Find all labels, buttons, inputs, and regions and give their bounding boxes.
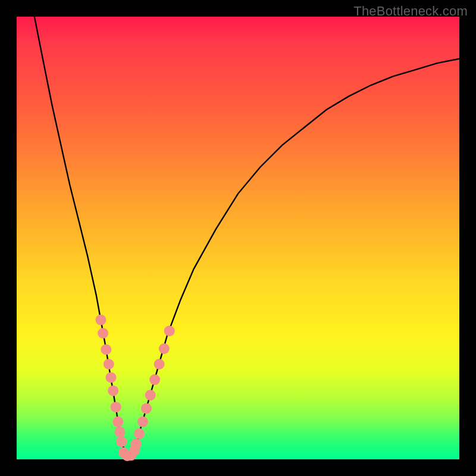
plot-area <box>17 17 459 459</box>
marker-dot <box>137 416 148 427</box>
marker-dot <box>141 403 152 414</box>
marker-dot <box>159 343 170 354</box>
marker-dot <box>106 372 117 383</box>
marker-dot <box>101 345 111 355</box>
marker-dot <box>104 359 114 369</box>
marker-dot <box>111 402 121 412</box>
marker-group <box>95 315 174 461</box>
marker-dot <box>131 439 142 449</box>
marker-dot <box>134 428 145 439</box>
marker-dot <box>112 416 123 427</box>
marker-dot <box>95 315 106 325</box>
marker-dot <box>145 390 156 400</box>
marker-dot <box>98 328 108 339</box>
marker-dot <box>149 374 160 385</box>
marker-dot <box>154 359 165 369</box>
marker-dot <box>114 427 125 437</box>
chart-stage: TheBottleneck.com <box>0 0 476 476</box>
bottleneck-curve <box>35 17 459 455</box>
marker-dot <box>164 325 175 336</box>
marker-dot <box>116 436 127 447</box>
curve-svg <box>17 17 459 459</box>
marker-dot <box>108 386 118 396</box>
